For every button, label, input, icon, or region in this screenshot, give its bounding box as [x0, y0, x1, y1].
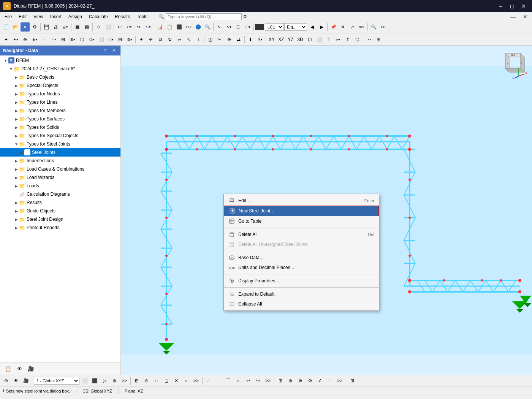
view-right-btn[interactable]: ↥	[343, 35, 352, 44]
coord-system-combo[interactable]: 1 - Global XYZ	[34, 377, 79, 385]
btm-arc2-btn[interactable]: ∩	[234, 376, 243, 385]
menu-insert[interactable]: Insert	[47, 13, 65, 20]
btm-more2-btn[interactable]: >>	[263, 376, 272, 385]
btm-undo-btn[interactable]: ↩	[244, 376, 253, 385]
toggle-printout-reports[interactable]	[14, 225, 19, 230]
nav-view-btn[interactable]: 👁	[14, 364, 24, 374]
btm-btn3[interactable]: ▷	[100, 376, 109, 385]
tree-load-cases[interactable]: 📁 Load Cases & Combinations	[0, 165, 120, 173]
menu-edit[interactable]: Edit	[16, 13, 30, 20]
close-button[interactable]: ✕	[518, 1, 529, 11]
grid-btn[interactable]: ⊞	[374, 35, 383, 44]
menu-tools[interactable]: Tools	[134, 13, 150, 20]
btm-btn2[interactable]: ⬛	[90, 376, 99, 385]
toggle-steel-joints[interactable]	[19, 150, 24, 155]
scale-btn[interactable]: ⤡	[184, 35, 193, 44]
btm-line-btn[interactable]: ⟋	[204, 376, 213, 385]
restore-button[interactable]: ◻	[507, 1, 518, 11]
toggle-imperfections[interactable]	[14, 158, 19, 163]
redo-combo-btn[interactable]: ↪▾	[144, 22, 153, 32]
pin2-btn[interactable]: ✕	[338, 22, 347, 32]
toggle-special-objects[interactable]	[14, 83, 19, 88]
print-combo-btn[interactable]: 🖨▾	[61, 22, 70, 32]
nav-data-btn[interactable]: 📋	[3, 364, 13, 374]
toggle-rfem[interactable]	[3, 58, 8, 63]
dim-btn[interactable]: ◫	[206, 35, 215, 44]
save-btn[interactable]: 💾	[42, 22, 51, 32]
mirror-btn[interactable]: ⇔	[175, 35, 184, 44]
cursor-combo-btn[interactable]: ↖▾	[224, 22, 233, 32]
tree-imperfections[interactable]: 📁 Imperfections	[0, 157, 120, 165]
toggle-steel-joint-design[interactable]	[14, 217, 19, 222]
draw-member-btn[interactable]: ⊞	[59, 35, 68, 44]
tree-loads[interactable]: 📁 Loads	[0, 182, 120, 190]
redo-btn[interactable]: ↪	[134, 22, 143, 32]
ctx-expand[interactable]: Expand to Default	[224, 289, 379, 299]
ctx-edit[interactable]: Edit... Enter	[224, 196, 379, 206]
undo-combo-btn[interactable]: ↩▾	[125, 22, 134, 32]
copy-btn[interactable]: ⧉	[156, 35, 165, 44]
search-input[interactable]	[166, 13, 242, 20]
snap-btn[interactable]: ✦	[137, 35, 146, 44]
draw-line-combo-btn[interactable]: ⟋▾	[49, 35, 58, 44]
view-free-btn[interactable]: ⬡	[353, 35, 362, 44]
view-3d-btn[interactable]: 3D	[296, 35, 305, 44]
rotate-btn[interactable]: ↻	[165, 35, 174, 44]
toggle-types-solids[interactable]	[14, 125, 19, 130]
tree-types-solids[interactable]: 📁 Types for Solids	[0, 123, 120, 131]
merge-btn[interactable]: ⊕	[225, 35, 234, 44]
draw-member-combo-btn[interactable]: ⊞▾	[68, 35, 77, 44]
tree-load-wizards[interactable]: 📁 Load Wizards	[0, 173, 120, 182]
btm-btn1[interactable]: ⬜	[80, 376, 89, 385]
btm-dim-btn[interactable]: ↔	[152, 376, 161, 385]
draw-opening-combo-btn[interactable]: ⊟▾	[125, 35, 134, 44]
toggle-types-members[interactable]	[14, 108, 19, 113]
menu-file[interactable]: File	[2, 13, 15, 20]
toggle-guide-objects[interactable]	[14, 208, 19, 214]
print-btn[interactable]: 🖨	[51, 22, 60, 32]
tree-steel-joint-design[interactable]: 📁 Steel Joint Design	[0, 215, 120, 223]
view-cube[interactable]: Top -Y X X Z Y	[498, 49, 528, 80]
tree-printout-reports[interactable]: 📁 Printout Reports	[0, 223, 120, 232]
view-persp-btn[interactable]: ⬜	[315, 35, 324, 44]
menu-view[interactable]: View	[30, 13, 46, 20]
btm-btn4[interactable]: ⊕	[110, 376, 119, 385]
ctx-delete-all[interactable]: Delete All Del	[224, 230, 379, 239]
tree-basic-objects[interactable]: 📁 Basic Objects	[0, 73, 120, 81]
bottom-snap-btn[interactable]: ⊕	[2, 376, 11, 385]
btm-extra-btn[interactable]: >>	[192, 376, 201, 385]
draw-star-btn[interactable]: ✦	[2, 35, 11, 44]
tree-rfem[interactable]: R RFEM	[0, 56, 120, 65]
draw-star-combo-btn[interactable]: ✦▾	[11, 35, 20, 44]
extend-btn[interactable]: >>	[378, 22, 388, 32]
more-btn[interactable]: xxx	[357, 22, 366, 32]
minimize-button[interactable]: –	[496, 1, 506, 11]
reverse-btn[interactable]: ⇄	[234, 35, 243, 44]
menu-results[interactable]: Results	[112, 13, 133, 20]
toggle-basic-objects[interactable]	[14, 74, 19, 80]
btm-more3-btn[interactable]: >>	[335, 376, 344, 385]
btm-btn5[interactable]: >>	[120, 376, 129, 385]
tree-results[interactable]: 📁 Results	[0, 198, 120, 207]
btm-node-btn[interactable]: ⊙	[142, 376, 151, 385]
btm-snap2-btn[interactable]: ⊕	[286, 376, 295, 385]
menu-calculate[interactable]: Calculate	[86, 13, 111, 20]
close-panel-button[interactable]: ✕	[520, 11, 530, 22]
open-btn[interactable]: 📂	[11, 22, 20, 32]
toggle-types-steel[interactable]	[14, 141, 19, 147]
ctx-new-steel-joint[interactable]: New Steel Joint...	[224, 206, 379, 216]
tree-calc-diagrams[interactable]: 📈 Calculation Diagrams	[0, 190, 120, 198]
tree-special-objects[interactable]: 📁 Special Objects	[0, 81, 120, 90]
view-results6[interactable]: 🔍	[203, 22, 212, 32]
zoom-btn[interactable]: 🔍	[369, 22, 378, 32]
btm-grid2-btn[interactable]: ⊞	[276, 376, 285, 385]
view-front-btn[interactable]: ↦	[334, 35, 343, 44]
ctx-goto-table[interactable]: Go to Table	[224, 216, 379, 226]
ctx-units[interactable]: 0,00 Units and Decimal Places...	[224, 263, 379, 272]
toggle-load-wizards[interactable]	[14, 175, 19, 180]
nav-restore-btn[interactable]: □	[102, 47, 109, 54]
btm-perp-btn[interactable]: ⊥	[325, 376, 334, 385]
draw-line-btn[interactable]: ⟋	[40, 35, 49, 44]
nav-camera-btn[interactable]: 🎥	[26, 364, 36, 374]
cursor-btn[interactable]: ↖	[215, 22, 224, 32]
